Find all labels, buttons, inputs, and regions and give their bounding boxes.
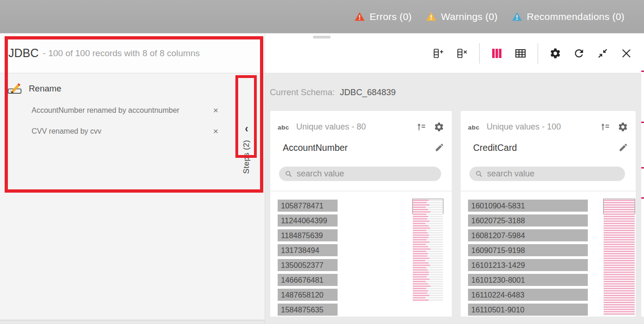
values-minimap[interactable]: [604, 200, 635, 316]
value-chip[interactable]: 16101230-8001: [468, 274, 588, 286]
sort-values-icon[interactable]: [600, 122, 611, 132]
value-chip[interactable]: 16090715-9198: [468, 244, 588, 256]
text-type-icon: abc: [468, 124, 480, 131]
value-chip[interactable]: 1058778471: [278, 200, 338, 212]
settings-gear-icon[interactable]: [549, 47, 562, 60]
minimap-stripe: [413, 204, 443, 206]
card-settings-gear-icon[interactable]: [434, 122, 444, 132]
value-chip[interactable]: 11244064399: [278, 214, 338, 227]
edit-pencil-icon[interactable]: [618, 143, 628, 152]
minimap-stripe: [604, 269, 635, 271]
value-chip[interactable]: 1184875639: [278, 229, 338, 241]
minimap-stripe: [413, 241, 443, 243]
value-chip[interactable]: 1487658120: [278, 289, 338, 301]
dataset-panel: JDBC - 100 of 100 records with 8 of 8 co…: [0, 33, 265, 320]
minimap-stripe: [604, 230, 635, 231]
minimap-stripe: [413, 258, 443, 259]
minimap-stripe: [604, 216, 635, 217]
remove-step-icon[interactable]: ×: [211, 126, 220, 136]
chevron-left-icon[interactable]: ‹: [245, 123, 248, 134]
status-item-recommendations[interactable]: Recommendations (0): [512, 11, 624, 22]
value-chip[interactable]: 16101213-1429: [468, 259, 588, 271]
column-card-creditcard: abc Unique values - 100 CreditCard: [461, 111, 636, 317]
value-chip[interactable]: 16110501-9010: [468, 304, 588, 316]
minimap-stripe: [413, 285, 443, 287]
table-view-button[interactable]: [514, 47, 527, 60]
search-value-pill: [469, 167, 625, 181]
sliver-tick: [641, 197, 644, 199]
minimap-stripe: [413, 239, 443, 240]
close-icon[interactable]: [620, 47, 633, 60]
steps-tab-label[interactable]: Steps (2): [242, 140, 251, 174]
minimap-stripe: [413, 225, 443, 227]
minimap-stripe: [604, 283, 635, 285]
remove-column-button[interactable]: [455, 47, 468, 60]
step-row: CVV renamed by cvv×: [0, 121, 265, 142]
value-chip[interactable]: 16020725-3188: [468, 214, 588, 227]
minimap-stripe: [604, 202, 635, 203]
value-chip[interactable]: 1466676481: [278, 274, 338, 286]
minimap-stripe: [413, 295, 443, 296]
minimap-stripe: [604, 234, 635, 236]
recommendation-triangle-icon: [512, 12, 522, 21]
minimap-stripe: [604, 227, 635, 229]
schema-value: JDBC_684839: [340, 87, 396, 97]
minimap-stripe: [413, 223, 443, 224]
minimap-stripe: [604, 311, 635, 312]
status-label: Recommendations (0): [527, 11, 624, 22]
minimap-stripe: [604, 265, 635, 266]
value-chip[interactable]: 1584875635: [278, 304, 338, 316]
card-settings-gear-icon[interactable]: [618, 122, 628, 132]
value-chip[interactable]: 16081207-5984: [468, 229, 588, 241]
minimap-stripe: [604, 239, 635, 240]
sliver-tick: [641, 167, 644, 168]
edit-pencil-icon[interactable]: [435, 143, 444, 152]
status-label: Warnings (0): [441, 11, 498, 22]
remove-step-icon[interactable]: ×: [211, 105, 220, 116]
minimap-stripe: [413, 211, 443, 213]
minimap-stripe: [604, 299, 635, 301]
minimap-stripe: [413, 251, 443, 252]
status-item-warnings[interactable]: Warnings (0): [426, 11, 498, 22]
sort-values-icon[interactable]: [416, 122, 427, 132]
value-chip[interactable]: 1350052377: [278, 259, 338, 271]
minimap-stripe: [413, 260, 443, 261]
compress-view-icon[interactable]: [596, 47, 609, 60]
step-text: CVV renamed by cvv: [32, 127, 101, 136]
status-item-errors[interactable]: Errors (0): [354, 11, 412, 22]
warning-triangle-icon: [426, 12, 436, 21]
current-schema: Current Schema: JDBC_684839: [270, 87, 396, 97]
values-minimap[interactable]: [413, 200, 443, 302]
column-card-accountnumber: abc Unique values - 80 AccountNumber: [270, 111, 452, 317]
value-list: 16010904-583116020725-318816081207-59841…: [468, 200, 588, 318]
value-chip[interactable]: 16110224-6483: [468, 289, 588, 301]
minimap-stripe: [604, 297, 635, 298]
minimap-stripe: [413, 216, 443, 217]
minimap-stripe: [413, 232, 443, 233]
minimap-stripe: [604, 274, 635, 275]
minimap-stripe: [604, 309, 635, 310]
steps-tab[interactable]: ‹ Steps (2): [236, 118, 257, 198]
minimap-stripe: [413, 246, 443, 247]
status-label: Errors (0): [370, 11, 412, 22]
minimap-stripe: [604, 262, 635, 264]
search-value-input[interactable]: [487, 169, 607, 179]
panel-drag-handle[interactable]: [313, 36, 331, 39]
schema-label: Current Schema:: [270, 87, 335, 97]
add-column-button[interactable]: [432, 47, 445, 60]
minimap-stripe: [413, 288, 443, 289]
value-chip[interactable]: 131738494: [278, 244, 338, 256]
dataset-subtitle: - 100 of 100 records with 8 of 8 columns: [43, 48, 200, 58]
column-name: CreditCard: [473, 143, 517, 153]
refresh-icon[interactable]: [572, 47, 585, 60]
status-bar: Errors (0)Warnings (0)Recommendations (0…: [0, 0, 644, 33]
step-row: AccountNumber renamed by accountnumber×: [0, 100, 265, 121]
value-chip[interactable]: 16010904-5831: [468, 200, 588, 212]
preview-area: Current Schema: JDBC_684839 abc Unique v…: [265, 73, 644, 324]
columns-view-button[interactable]: [490, 47, 503, 60]
search-value-input[interactable]: [297, 169, 422, 179]
minimap-stripe: [604, 288, 635, 289]
minimap-stripe: [413, 297, 443, 298]
minimap-stripe: [413, 274, 443, 275]
toolbar-separator: [479, 43, 480, 64]
